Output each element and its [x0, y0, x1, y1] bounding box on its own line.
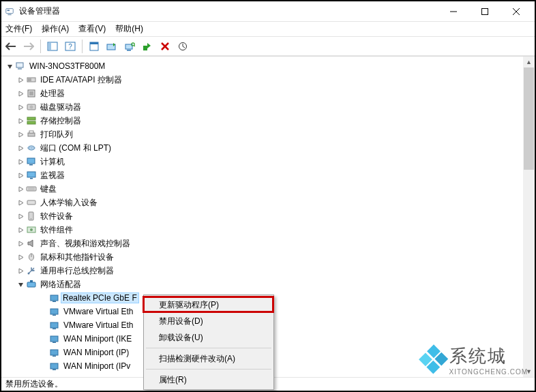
menu-action[interactable]: 操作(A): [42, 23, 69, 35]
window-buttons: [438, 2, 532, 21]
svg-rect-25: [28, 78, 31, 81]
pc-root-icon: [15, 61, 26, 72]
expand-icon[interactable]: [16, 267, 25, 275]
svg-rect-60: [53, 315, 56, 316]
tree-category-keyboard[interactable]: 键盘: [1, 182, 535, 196]
expand-icon[interactable]: [16, 212, 25, 220]
vertical-scrollbar[interactable]: ▲ ▼: [523, 57, 535, 377]
tree-category-network[interactable]: 网络适配器: [1, 277, 535, 291]
tree-item-label: 通用串行总线控制器: [40, 265, 115, 277]
context-menu-item-4[interactable]: 扫描检测硬件改动(A): [145, 350, 272, 367]
back-button[interactable]: [3, 38, 19, 55]
expander-placeholder: [40, 294, 48, 302]
tree-category-component[interactable]: 软件组件: [1, 223, 535, 237]
scroll-up-icon[interactable]: ▲: [523, 57, 535, 67]
uninstall-device-toolbar-button[interactable]: [175, 38, 191, 55]
tree-category-sound[interactable]: 声音、视频和游戏控制器: [1, 237, 535, 250]
svg-rect-53: [33, 270, 35, 271]
context-menu-item-0[interactable]: 更新驱动程序(P): [145, 297, 272, 313]
svg-rect-64: [53, 342, 56, 344]
svg-rect-62: [53, 329, 56, 330]
tree-category-mouse[interactable]: 鼠标和其他指针设备: [1, 250, 535, 264]
menu-help[interactable]: 帮助(H): [115, 23, 143, 35]
context-menu-item-6[interactable]: 属性(R): [145, 372, 272, 388]
svg-text:?: ?: [68, 43, 72, 50]
toolbar-separator: [40, 40, 41, 53]
tree-item-label: 声音、视频和游戏控制器: [40, 238, 131, 250]
forward-button[interactable]: [20, 38, 37, 55]
expand-icon[interactable]: [16, 76, 25, 84]
tree-item-label: WIN-3NOS3TF800M: [29, 61, 106, 71]
context-menu-separator: [146, 369, 271, 370]
scan-hardware-toolbar-button[interactable]: [121, 38, 138, 55]
help-toolbar-button[interactable]: ?: [62, 38, 78, 55]
expand-icon[interactable]: [16, 171, 25, 179]
expander-placeholder: [40, 348, 48, 357]
properties-toolbar-button[interactable]: [86, 38, 102, 55]
context-menu[interactable]: 更新驱动程序(P)禁用设备(D)卸载设备(U)扫描检测硬件改动(A)属性(R): [143, 295, 274, 390]
svg-rect-18: [143, 46, 147, 50]
expand-icon[interactable]: [16, 144, 25, 152]
scrollbar-thumb[interactable]: [524, 67, 534, 170]
nic-icon: [49, 306, 60, 317]
tree-category-port[interactable]: 端口 (COM 和 LPT): [1, 141, 535, 155]
context-menu-item-2[interactable]: 卸载设备(U): [145, 329, 272, 346]
expand-icon[interactable]: [16, 103, 25, 111]
computer-icon: [26, 156, 37, 167]
software-icon: [26, 211, 37, 222]
usb-icon: [26, 265, 37, 276]
svg-rect-4: [482, 8, 488, 14]
svg-rect-55: [27, 282, 35, 287]
svg-point-29: [30, 106, 33, 109]
show-hide-console-tree-button[interactable]: [44, 38, 61, 55]
toolbar-separator: [82, 40, 83, 53]
expand-icon[interactable]: [16, 185, 25, 193]
tree-category-software[interactable]: 软件设备: [1, 209, 535, 223]
tree-category-monitor[interactable]: 监视器: [1, 168, 535, 182]
nic-icon: [49, 347, 60, 358]
svg-line-17: [134, 45, 136, 46]
expand-icon[interactable]: [16, 198, 25, 207]
tree-category-cpu[interactable]: 处理器: [1, 87, 535, 100]
expand-icon[interactable]: [16, 157, 25, 166]
enable-device-toolbar-button[interactable]: [139, 38, 155, 55]
update-driver-toolbar-button[interactable]: [104, 38, 120, 55]
scroll-down-icon[interactable]: ▼: [523, 366, 535, 377]
collapse-icon[interactable]: [16, 280, 25, 288]
context-menu-item-1[interactable]: 禁用设备(D): [145, 313, 272, 329]
collapse-icon[interactable]: [5, 62, 14, 70]
svg-rect-59: [50, 309, 58, 314]
expand-icon[interactable]: [16, 130, 25, 138]
svg-rect-67: [50, 363, 58, 369]
svg-rect-42: [27, 187, 36, 191]
tree-item-label: 人体学输入设备: [40, 197, 98, 209]
tree-category-storage[interactable]: 存储控制器: [1, 114, 535, 127]
disable-device-toolbar-button[interactable]: [157, 38, 173, 55]
tree-category-computer[interactable]: 计算机: [1, 155, 535, 168]
cpu-icon: [26, 88, 37, 99]
port-icon: [26, 142, 37, 153]
expand-icon[interactable]: [16, 117, 25, 125]
expand-icon[interactable]: [16, 226, 25, 234]
tree-category-disk[interactable]: 磁盘驱动器: [1, 100, 535, 114]
tree-category-hid[interactable]: 人体学输入设备: [1, 196, 535, 209]
expand-icon[interactable]: [16, 89, 25, 97]
svg-rect-63: [50, 336, 58, 342]
component-icon: [26, 224, 37, 235]
menu-file[interactable]: 文件(F): [5, 23, 32, 35]
tree-category-ide[interactable]: IDE ATA/ATAPI 控制器: [1, 73, 535, 87]
expand-icon[interactable]: [16, 239, 25, 247]
minimize-button[interactable]: [438, 2, 469, 21]
svg-rect-41: [30, 178, 33, 179]
maximize-button[interactable]: [469, 2, 501, 21]
close-button[interactable]: [501, 2, 532, 21]
printer-icon: [26, 129, 37, 140]
tree-category-printer[interactable]: 打印队列: [1, 127, 535, 141]
menu-view[interactable]: 查看(V): [78, 23, 106, 35]
sound-icon: [26, 238, 37, 249]
tree-root-node[interactable]: WIN-3NOS3TF800M: [1, 59, 535, 73]
monitor-icon: [26, 170, 37, 181]
tree-category-usb[interactable]: 通用串行总线控制器: [1, 264, 535, 277]
expand-icon[interactable]: [16, 253, 25, 261]
nic-icon: [49, 292, 60, 303]
